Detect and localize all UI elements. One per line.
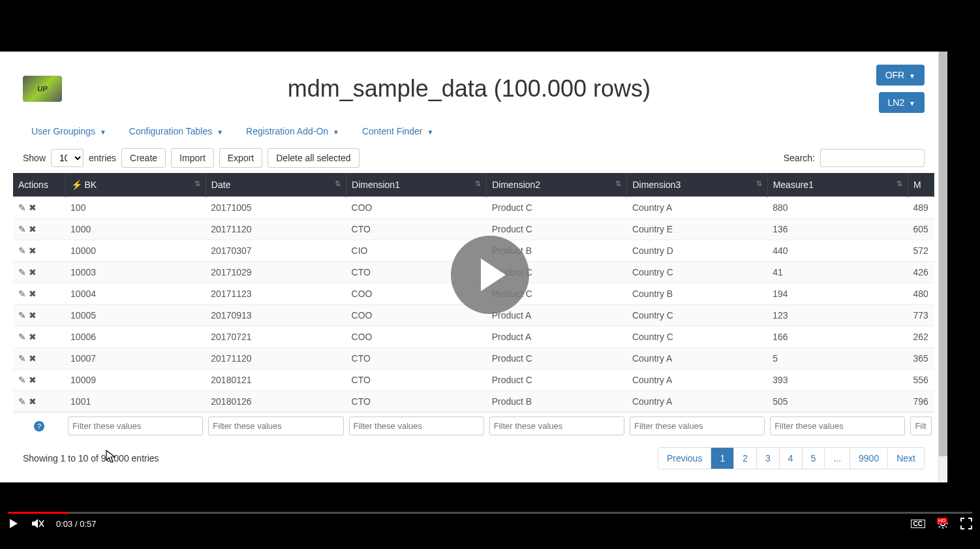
scrollbar[interactable] <box>938 52 947 482</box>
mute-icon[interactable] <box>31 518 44 529</box>
play-icon[interactable] <box>8 518 20 529</box>
filter-dim2[interactable] <box>489 416 624 435</box>
cell-dim3: Country E <box>627 219 767 240</box>
col-bk[interactable]: ⚡ BK⇅ <box>65 173 206 197</box>
nav-user-groupings[interactable]: User Groupings ▼ <box>31 126 106 136</box>
cell-date: 20171029 <box>206 262 346 283</box>
table-row: ✎✖1000620170721COOProduct ACountry C1662… <box>13 326 934 348</box>
delete-icon[interactable]: ✖ <box>29 375 37 385</box>
cell-dim2: Product C <box>487 219 627 240</box>
edit-icon[interactable]: ✎ <box>18 245 26 256</box>
col-dim2[interactable]: Dimension2⇅ <box>487 173 627 197</box>
cell-m1: 194 <box>767 283 908 305</box>
sort-icon: ⇅ <box>756 180 762 188</box>
page-1[interactable]: 1 <box>711 448 733 469</box>
search-label: Search: <box>784 153 815 163</box>
edit-icon[interactable]: ✎ <box>18 310 26 321</box>
delete-selected-button[interactable]: Delete all selected <box>268 148 359 168</box>
show-label: Show <box>23 153 46 163</box>
sort-icon: ⇅ <box>615 180 621 188</box>
cell-dim3: Country C <box>627 262 767 283</box>
edit-icon[interactable]: ✎ <box>18 353 26 364</box>
export-button[interactable]: Export <box>219 148 262 168</box>
import-button[interactable]: Import <box>171 148 214 168</box>
table-header-row: Actions ⚡ BK⇅ Date⇅ Dimension1⇅ Dimensio… <box>13 173 934 197</box>
delete-icon[interactable]: ✖ <box>29 267 37 277</box>
delete-icon[interactable]: ✖ <box>29 310 37 321</box>
cc-button[interactable]: CC <box>911 520 925 528</box>
cell-date: 20170721 <box>206 326 346 348</box>
cell-dim3: Country B <box>627 283 767 305</box>
progress-bar[interactable] <box>8 512 972 514</box>
cell-bk: 10007 <box>65 348 206 369</box>
ofr-dropdown[interactable]: OFR ▼ <box>876 65 925 86</box>
page-4[interactable]: 4 <box>779 448 802 469</box>
page-2[interactable]: 2 <box>733 448 756 469</box>
delete-icon[interactable]: ✖ <box>29 224 37 234</box>
sort-icon: ⇅ <box>896 180 902 188</box>
cell-m2: 605 <box>908 219 934 240</box>
cell-dim1: CTO <box>346 391 487 413</box>
col-m2-partial[interactable]: M <box>908 173 934 197</box>
edit-icon[interactable]: ✎ <box>18 267 26 277</box>
edit-icon[interactable]: ✎ <box>18 375 26 385</box>
table-row: ✎✖1000920180121CTOProduct CCountry A3935… <box>13 369 934 391</box>
table-row: ✎✖10020171005COOProduct CCountry A880489 <box>13 197 934 219</box>
filter-m1[interactable] <box>770 416 905 435</box>
nav-content-finder[interactable]: Content Finder ▼ <box>362 126 433 136</box>
edit-icon[interactable]: ✎ <box>18 202 26 213</box>
filter-dim3[interactable] <box>630 416 765 435</box>
page-5[interactable]: 5 <box>802 448 825 469</box>
nav-config-tables[interactable]: Configuration Tables ▼ <box>129 126 223 136</box>
page-3[interactable]: 3 <box>756 448 779 469</box>
page-next[interactable]: Next <box>887 448 924 469</box>
edit-icon[interactable]: ✎ <box>18 289 26 299</box>
edit-icon[interactable]: ✎ <box>18 396 26 407</box>
filter-date[interactable] <box>208 416 343 435</box>
cell-m1: 393 <box>767 369 908 391</box>
filter-dim1[interactable] <box>349 416 484 435</box>
search-input[interactable] <box>820 149 925 167</box>
scrollbar-thumb[interactable] <box>939 52 947 456</box>
col-m1[interactable]: Measure1⇅ <box>767 173 908 197</box>
filter-bk[interactable] <box>68 416 203 435</box>
delete-icon[interactable]: ✖ <box>29 396 37 407</box>
ln2-dropdown[interactable]: LN2 ▼ <box>879 92 925 113</box>
edit-icon[interactable]: ✎ <box>18 224 26 234</box>
play-button-overlay[interactable] <box>451 236 529 314</box>
cell-bk: 10006 <box>65 326 206 348</box>
cell-dim3: Country D <box>627 240 767 262</box>
nav-registration[interactable]: Registration Add-On ▼ <box>246 126 339 136</box>
cell-m1: 505 <box>767 391 908 413</box>
cell-dim1: COO <box>346 305 487 326</box>
page-last[interactable]: 9900 <box>850 448 887 469</box>
delete-icon[interactable]: ✖ <box>29 245 37 256</box>
col-dim3[interactable]: Dimension3⇅ <box>627 173 767 197</box>
header: UP mdm_sample_data (100.000 rows) OFR ▼ … <box>13 52 934 119</box>
cell-date: 20171120 <box>206 348 346 369</box>
cell-m1: 123 <box>767 305 908 326</box>
entries-select[interactable]: 10 <box>51 149 84 167</box>
create-button[interactable]: Create <box>121 148 166 168</box>
settings-icon[interactable]: HD <box>937 518 949 529</box>
toolbar: Show 10 entries Create Import Export Del… <box>13 143 934 173</box>
cell-m2: 480 <box>908 283 934 305</box>
cell-date: 20180121 <box>206 369 346 391</box>
help-icon[interactable]: ? <box>34 421 44 431</box>
table-row: ✎✖100120180126CTOProduct BCountry A50579… <box>13 391 934 413</box>
delete-icon[interactable]: ✖ <box>29 332 37 342</box>
page-prev[interactable]: Previous <box>658 448 711 469</box>
col-date[interactable]: Date⇅ <box>206 173 346 197</box>
filter-m2[interactable] <box>910 416 931 435</box>
delete-icon[interactable]: ✖ <box>29 289 37 299</box>
cell-dim1: CTO <box>346 348 487 369</box>
col-dim1[interactable]: Dimension1⇅ <box>346 173 487 197</box>
fullscreen-icon[interactable] <box>960 518 972 529</box>
cell-dim1: COO <box>346 326 487 348</box>
delete-icon[interactable]: ✖ <box>29 353 37 364</box>
delete-icon[interactable]: ✖ <box>29 202 37 213</box>
cell-bk: 1000 <box>65 219 206 240</box>
edit-icon[interactable]: ✎ <box>18 332 26 342</box>
cell-m1: 880 <box>767 197 908 219</box>
table-footer: Showing 1 to 10 of 99,000 entries Previo… <box>13 439 934 477</box>
